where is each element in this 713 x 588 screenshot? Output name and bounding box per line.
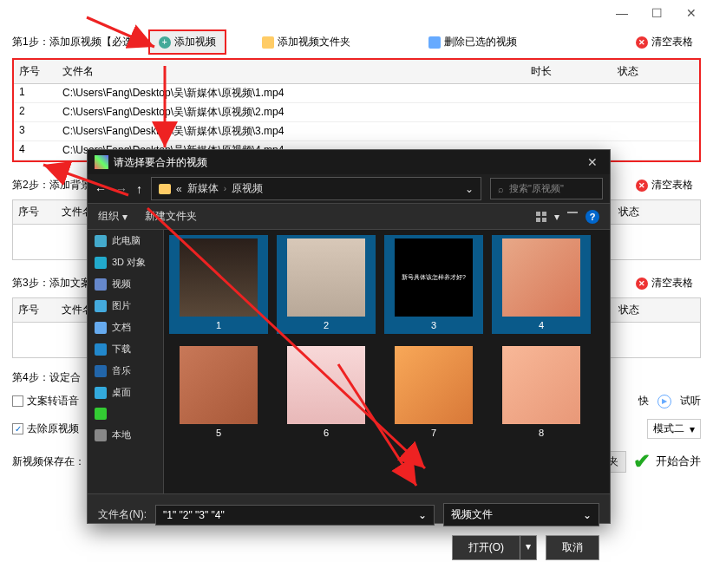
cube-icon: [95, 257, 107, 269]
sidebar-item-pic[interactable]: 图片: [88, 295, 163, 317]
table-row[interactable]: 3C:\Users\Fang\Desktop\吴\新媒体\原视频\3.mp4: [14, 122, 699, 141]
step4-label: 第4步：设定合: [12, 370, 81, 385]
video-icon: [95, 278, 107, 291]
document-icon: [95, 322, 107, 334]
filename-input[interactable]: "1" "2" "3" "4" ⌄: [155, 505, 435, 526]
tts-checkbox-wrap[interactable]: 文案转语音: [12, 394, 79, 408]
chevron-down-icon: ▾: [690, 423, 695, 435]
minimize-button[interactable]: —: [605, 1, 639, 25]
video-table-1: 序号 文件名 时长 状态 1C:\Users\Fang\Desktop\吴\新媒…: [12, 58, 701, 162]
help-icon[interactable]: ?: [585, 210, 599, 224]
nav-back-icon[interactable]: ←: [95, 182, 107, 196]
save-label: 新视频保存在：: [12, 454, 85, 469]
close-button[interactable]: ✕: [674, 1, 709, 25]
chevron-down-icon[interactable]: ⌄: [418, 509, 427, 521]
desktop-icon: [95, 387, 107, 399]
clear-icon: ✕: [636, 180, 648, 192]
chevron-down-icon: ⌄: [583, 509, 592, 521]
checkbox-icon: [12, 423, 23, 434]
thumbnail-label: 1: [216, 320, 221, 330]
search-icon: ⌕: [498, 184, 504, 194]
view-options-icon[interactable]: [566, 211, 579, 223]
chevron-down-icon: ▾: [122, 211, 128, 223]
thumbnail-label: 7: [431, 428, 436, 438]
clear-table-button-2[interactable]: ✕ 清空表格: [628, 174, 701, 196]
maximize-button[interactable]: ☐: [639, 1, 674, 25]
new-folder-button[interactable]: 新建文件夹: [145, 209, 197, 224]
file-thumbnail[interactable]: 新号具体该怎样养才好?3: [384, 235, 483, 334]
view-mode-icon[interactable]: [535, 211, 547, 223]
mode-select[interactable]: 模式二 ▾: [647, 419, 701, 439]
file-thumbnail[interactable]: 8: [492, 343, 591, 441]
thumbnail-image: [287, 346, 365, 424]
sidebar-item-video[interactable]: 视频: [88, 273, 163, 295]
file-thumbnail[interactable]: 6: [277, 343, 376, 441]
thumbnail-label: 8: [539, 428, 544, 438]
fast-label: 快: [638, 394, 649, 408]
open-dropdown[interactable]: ▾: [520, 535, 537, 560]
add-folder-button[interactable]: 添加视频文件夹: [254, 31, 358, 53]
sidebar-item-pc[interactable]: 此电脑: [88, 230, 163, 252]
thumbnail-image: [395, 346, 473, 424]
chevron-down-icon[interactable]: ⌄: [465, 183, 474, 195]
download-icon: [95, 343, 107, 356]
step2-label: 第2步：添加背景: [12, 178, 91, 193]
check-icon: ✔: [633, 449, 651, 474]
thumbnail-label: 5: [216, 428, 221, 438]
organize-menu[interactable]: 组织▾: [98, 209, 128, 224]
file-type-select[interactable]: 视频文件 ⌄: [443, 503, 599, 526]
col-name: 文件名: [57, 62, 526, 81]
dialog-nav: ← → ↑ « 新媒体 › 原视频 ⌄ ⌕ 搜索"原视频": [88, 174, 610, 204]
folder-icon: [159, 184, 171, 194]
sidebar-item-wechat[interactable]: [88, 403, 163, 424]
open-button[interactable]: 打开(O): [452, 535, 520, 560]
delete-icon: [428, 36, 441, 49]
sidebar-item-3d[interactable]: 3D 对象: [88, 252, 163, 273]
thumbnail-image: [502, 238, 580, 317]
app-icon: [95, 408, 107, 420]
thumbnail-image: [502, 346, 580, 424]
file-thumbnail[interactable]: 1: [169, 235, 268, 334]
step3-label: 第3步：添加文案: [12, 276, 91, 291]
search-input[interactable]: ⌕ 搜索"原视频": [490, 178, 603, 199]
cancel-button[interactable]: 取消: [546, 535, 599, 560]
file-thumbnail[interactable]: 2: [277, 235, 376, 334]
pc-icon: [95, 235, 107, 247]
thumbnail-label: 3: [431, 320, 436, 330]
clear-icon: ✕: [636, 278, 648, 290]
file-open-dialog: 请选择要合并的视频 ✕ ← → ↑ « 新媒体 › 原视频 ⌄ ⌕ 搜索"原视频…: [87, 149, 611, 524]
clear-table-button-3[interactable]: ✕ 清空表格: [628, 272, 701, 294]
play-icon[interactable]: ▶: [657, 395, 671, 408]
add-video-button[interactable]: + 添加视频: [148, 29, 226, 55]
sidebar-item-desktop[interactable]: 桌面: [88, 382, 163, 403]
nav-up-icon[interactable]: ↑: [136, 182, 142, 196]
table-row[interactable]: 2C:\Users\Fang\Desktop\吴\新媒体\原视频\2.mp4: [14, 103, 699, 122]
sidebar-item-local[interactable]: 本地: [88, 424, 163, 446]
clear-table-button-1[interactable]: ✕ 清空表格: [628, 31, 701, 53]
dialog-close-button[interactable]: ✕: [582, 154, 603, 171]
file-grid: 12新号具体该怎样养才好?345678: [164, 230, 610, 493]
file-thumbnail[interactable]: 7: [384, 343, 483, 441]
dialog-toolbar: 组织▾ 新建文件夹 ▾ ?: [88, 204, 610, 230]
table-row[interactable]: 1C:\Users\Fang\Desktop\吴\新媒体\原视频\1.mp4: [14, 84, 699, 103]
step1-row: 第1步：添加原视频【必选】 + 添加视频 添加视频文件夹 删除已选的视频 ✕ 清…: [0, 26, 713, 58]
start-merge-button[interactable]: ✔ 开始合并: [633, 449, 701, 474]
file-thumbnail[interactable]: 4: [492, 235, 591, 334]
col-dur: 时长: [526, 62, 612, 81]
address-bar[interactable]: « 新媒体 › 原视频 ⌄: [151, 177, 481, 200]
delete-selected-button[interactable]: 删除已选的视频: [421, 31, 525, 53]
col-status: 状态: [612, 62, 699, 81]
sidebar-item-download[interactable]: 下载: [88, 338, 163, 360]
file-thumbnail[interactable]: 5: [169, 343, 268, 441]
try-button[interactable]: 试听: [680, 394, 701, 408]
clear-icon: ✕: [636, 36, 648, 49]
sidebar-item-music[interactable]: 音乐: [88, 360, 163, 382]
nav-forward-icon[interactable]: →: [115, 182, 128, 196]
chevron-down-icon[interactable]: ▾: [554, 211, 559, 223]
thumbnail-image: [180, 238, 258, 317]
remove-orig-checkbox-wrap[interactable]: 去除原视频: [12, 421, 79, 436]
chevron-right-icon: ›: [224, 184, 226, 193]
dialog-title: 请选择要合并的视频: [114, 155, 582, 170]
sidebar-item-doc[interactable]: 文档: [88, 317, 163, 338]
col-num: 序号: [14, 62, 57, 81]
